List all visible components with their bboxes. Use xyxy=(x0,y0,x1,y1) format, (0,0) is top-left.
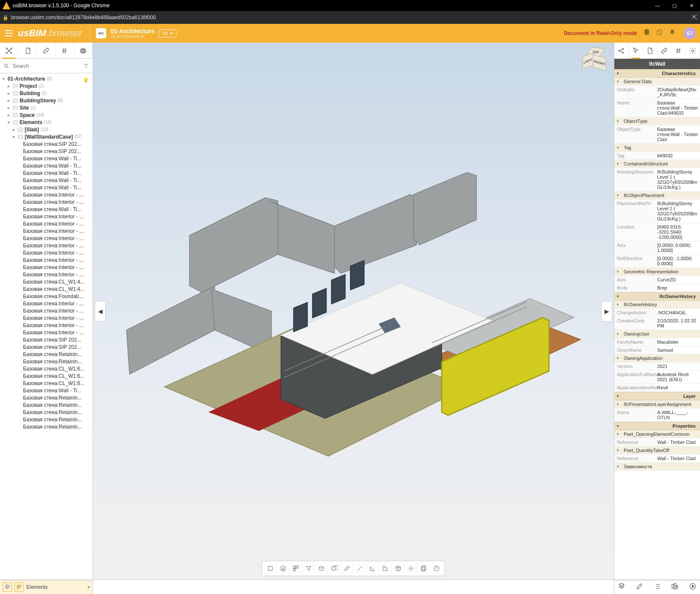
tree-node[interactable]: Базовая стена:Interior - ... xyxy=(0,213,93,220)
tool-groups[interactable] xyxy=(289,563,302,574)
tool-clip-top[interactable] xyxy=(315,563,328,574)
group-header[interactable]: ▾OwningUser xyxy=(614,330,700,338)
caret-icon[interactable]: ▾ xyxy=(3,77,7,81)
tool-list-icon[interactable] xyxy=(654,582,661,592)
tree-node[interactable]: Базовая стена:Retainin... xyxy=(0,358,93,365)
tool-select-mode[interactable] xyxy=(264,563,277,574)
tree-node[interactable]: ▾01-Architecture(6)💡 xyxy=(0,75,93,82)
caret-icon[interactable]: ▾ xyxy=(8,120,12,125)
tree-node[interactable]: Базовая стена:CL_W1:6... xyxy=(0,380,93,387)
tool-filter[interactable] xyxy=(302,563,315,574)
tool-gear[interactable] xyxy=(405,563,417,574)
tool-edit-icon[interactable] xyxy=(636,582,643,592)
tree-node[interactable]: Базовая стена:Interior - ... xyxy=(0,191,93,198)
group-header[interactable]: ▾IfcOwnerHistory xyxy=(614,301,700,309)
group-header[interactable]: ▾ObjectType xyxy=(614,117,700,125)
tree-node[interactable]: Базовая стена:Retainin... xyxy=(0,423,93,430)
tree-node[interactable]: Базовая стена:Interior - ... xyxy=(0,220,93,227)
left-tab-structure[interactable] xyxy=(0,43,18,58)
window-maximize[interactable]: ▢ xyxy=(666,0,683,11)
hamburger-menu[interactable] xyxy=(3,27,15,40)
group-header[interactable]: ▾Tag xyxy=(614,144,700,152)
tree-node[interactable]: Базовая стена:Wall - Ti... xyxy=(0,184,93,191)
tree-node[interactable]: Базовая стена:Wall - Ti... xyxy=(0,206,93,213)
tree-node[interactable]: Базовая стена:Retainin... xyxy=(0,416,93,423)
tree-node[interactable]: ▸Site(1) xyxy=(0,104,93,111)
tree-node[interactable]: Базовая стена:Wall - Ti... xyxy=(0,169,93,177)
tree-node[interactable]: Базовая стена:Retainin... xyxy=(0,394,93,401)
tool-measure[interactable] xyxy=(341,563,353,574)
tree-node[interactable]: Базовая стена:SIP 202... xyxy=(0,336,93,343)
tree-node[interactable]: Базовая стена:Wall - Ti... xyxy=(0,155,93,162)
tree-node[interactable]: ▸Space(14) xyxy=(0,111,93,119)
right-tab-hash[interactable] xyxy=(671,43,686,58)
view-cube[interactable]: TOP LEFT FRONT xyxy=(580,47,610,77)
tree-node[interactable]: Базовая стена:Interior - ... xyxy=(0,256,93,264)
tree-node[interactable]: ▾Elements(18) xyxy=(0,119,93,126)
tree-node[interactable]: Базовая стена:Interior - ... xyxy=(0,271,93,278)
tree-node[interactable]: Базовая стена:Interior - ... xyxy=(0,300,93,307)
tool-timeline-icon[interactable] xyxy=(671,582,679,592)
caret-icon[interactable]: ▸ xyxy=(8,91,12,96)
tree-node[interactable]: Базовая стена:Foundati... xyxy=(0,293,93,300)
tree-node[interactable]: Базовая стена:Interior - ... xyxy=(0,198,93,206)
document-chip[interactable]: IFC 01-Architecture 01-Architecture.ifc … xyxy=(90,24,176,43)
window-minimize[interactable]: — xyxy=(649,0,666,11)
tree-node[interactable]: Базовая стена:Interior - ... xyxy=(0,307,93,314)
tree-node[interactable]: Базовая стена:Interior - ... xyxy=(0,249,93,256)
url-text[interactable]: browser.usbim.com/doc/a812878d4e8b489aae… xyxy=(11,14,156,20)
lightbulb-icon[interactable]: 💡 xyxy=(83,78,89,82)
bell-icon[interactable] xyxy=(668,29,676,38)
model-tree[interactable]: ▾01-Architecture(6)💡▸Project(1)▸Building… xyxy=(0,73,93,432)
database-icon[interactable] xyxy=(643,29,651,38)
tree-node[interactable]: Базовая стена:Interior - ... xyxy=(0,314,93,322)
search-input[interactable] xyxy=(12,63,81,70)
tool-line[interactable] xyxy=(353,563,366,574)
tree-node[interactable]: Базовая стена:Interior - ... xyxy=(0,227,93,235)
tree-node[interactable]: Базовая стена:CL_W1:6... xyxy=(0,372,93,380)
caret-icon[interactable]: ▸ xyxy=(13,127,17,132)
tool-ifc-icon[interactable] xyxy=(618,582,625,592)
tree-node[interactable]: ▸BuildingStorey(6) xyxy=(0,97,93,104)
tree-node[interactable]: Базовая стена:Retainin... xyxy=(0,401,93,409)
tree-node[interactable]: Базовая стена:Interior - ... xyxy=(0,322,93,329)
section-header[interactable]: ▾IfcOwnerHistory xyxy=(614,292,700,301)
tree-node[interactable]: ▸[Slab](10) xyxy=(0,126,93,133)
left-tab-documents[interactable] xyxy=(18,43,37,58)
group-header[interactable]: ▾Pset_QuantityTakeOff xyxy=(614,446,700,455)
tree-node[interactable]: Базовая стена:Interior - ... xyxy=(0,264,93,271)
tool-clip-front[interactable] xyxy=(328,563,341,574)
tree-node[interactable]: Базовая стена:CL_W1:6... xyxy=(0,365,93,372)
panel-toggle-right[interactable]: ▶ xyxy=(601,301,612,322)
group-header[interactable]: ▾Зависимости xyxy=(614,463,700,471)
right-tab-links[interactable] xyxy=(657,43,672,58)
tool-area[interactable] xyxy=(379,563,392,574)
tree-node[interactable]: Базовая стена:SIP 202... xyxy=(0,140,93,148)
group-header[interactable]: ▾Pset_OpeningElementCommon xyxy=(614,430,700,438)
tree-node[interactable]: ▾[WallStandardCase](57) xyxy=(0,133,93,140)
tool-run-icon[interactable] xyxy=(689,582,697,592)
filter-icon[interactable] xyxy=(83,63,89,69)
copy-icon[interactable] xyxy=(656,29,663,38)
tree-node[interactable]: Базовая стена:SIP 202... xyxy=(0,148,93,155)
tree-node[interactable]: ▸Project(1) xyxy=(0,82,93,90)
tree-node[interactable]: Базовая стена:Interior - ... xyxy=(0,242,93,249)
section-header[interactable]: ▾Layer xyxy=(614,392,700,400)
left-tab-hash[interactable] xyxy=(55,43,74,58)
tree-node[interactable]: ▸Building(1) xyxy=(0,90,93,97)
section-header[interactable]: ▾Characteristics xyxy=(614,69,700,78)
viewport-3d[interactable]: ◀ ▶ TOP LEFT FRONT xyxy=(93,43,614,580)
caret-icon[interactable]: ▸ xyxy=(8,113,12,117)
right-tab-share[interactable] xyxy=(614,43,629,58)
tree-node[interactable]: Базовая стена:Wall - Ti... xyxy=(0,162,93,169)
user-avatar[interactable]: ET xyxy=(684,27,696,39)
right-tab-settings[interactable] xyxy=(686,43,700,58)
group-header[interactable]: ▾ContainedInStructure xyxy=(614,160,700,168)
left-tab-links[interactable] xyxy=(37,43,55,58)
tool-cube[interactable] xyxy=(392,563,405,574)
tool-help[interactable] xyxy=(430,563,443,574)
properties-panel[interactable]: ▾Characteristics▾General DataGlobalId2Ou… xyxy=(614,69,700,580)
section-header[interactable]: ▾Properties xyxy=(614,422,700,430)
viewcube-front[interactable]: FRONT xyxy=(593,55,606,71)
right-tab-select[interactable] xyxy=(629,43,643,58)
